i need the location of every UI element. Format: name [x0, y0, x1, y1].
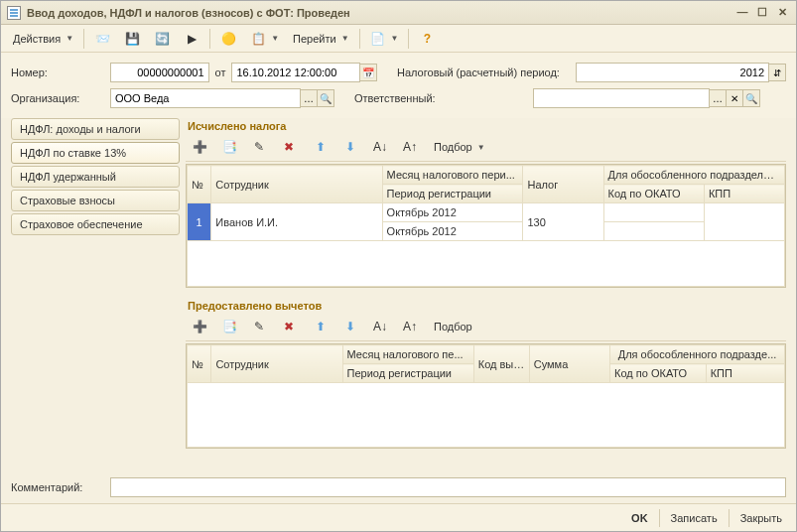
copy-row-button[interactable]: 📑	[215, 136, 243, 158]
sort-asc-button[interactable]: A↓	[366, 316, 394, 337]
save-button[interactable]: 💾	[118, 28, 146, 50]
help-button[interactable]: ?	[413, 28, 441, 50]
cell-okato2[interactable]	[603, 222, 704, 241]
col-subdiv[interactable]: Для обособленного подразделения	[603, 166, 784, 185]
org-search-button[interactable]: 🔍	[317, 89, 334, 107]
tab-ndfl-13[interactable]: НДФЛ по ставке 13%	[11, 142, 180, 164]
cell-reg-period[interactable]: Октябрь 2012	[382, 222, 523, 241]
col-okato[interactable]: Код по ОКАТО	[603, 185, 704, 203]
section2-title: Предоставлено вычетов	[186, 298, 786, 316]
document-icon	[7, 6, 21, 20]
delete-row-button[interactable]: ✖	[275, 316, 303, 337]
delete-icon: ✖	[281, 319, 297, 334]
delete-row-button[interactable]: ✖	[275, 136, 303, 158]
tab-ndfl-income[interactable]: НДФЛ: доходы и налоги	[11, 118, 180, 140]
chevron-down-icon: ▼	[391, 34, 399, 43]
move-up-button[interactable]: ⬆	[307, 136, 334, 158]
actions-menu[interactable]: Действия ▼	[7, 28, 79, 50]
maximize-button[interactable]: ☐	[754, 6, 770, 20]
tab-list: НДФЛ: доходы и налоги НДФЛ по ставке 13%…	[11, 118, 180, 471]
col-tax[interactable]: Налог	[523, 166, 603, 203]
date-value: 16.10.2012 12:00:00	[236, 66, 336, 78]
goto-menu[interactable]: Перейти ▼	[287, 28, 355, 50]
selection-button[interactable]: Подбор	[428, 316, 478, 337]
tab-insurance-provision[interactable]: Страховое обеспечение	[11, 213, 180, 235]
col-kpp[interactable]: КПП	[706, 364, 784, 383]
save-button[interactable]: Записать	[665, 507, 724, 529]
structure-button[interactable]: 📋▼	[244, 28, 285, 50]
grid-empty-area[interactable]	[188, 241, 785, 287]
date-picker-button[interactable]: 📅	[359, 64, 377, 81]
separator	[83, 29, 84, 49]
edit-row-button[interactable]: ✎	[245, 136, 273, 158]
tab-insurance[interactable]: Страховые взносы	[11, 190, 180, 211]
move-down-button[interactable]: ⬇	[336, 316, 364, 337]
chevron-down-icon: ▼	[271, 34, 279, 43]
col-deduct-code[interactable]: Код вычета	[473, 345, 529, 383]
close-form-button[interactable]: Закрыть	[734, 507, 788, 529]
add-row-button[interactable]: ➕	[186, 136, 213, 158]
run-button[interactable]: ▶	[178, 28, 205, 50]
resp-field[interactable]	[533, 88, 710, 108]
minimize-button[interactable]: —	[734, 6, 750, 20]
col-kpp[interactable]: КПП	[704, 185, 784, 203]
col-month-tax[interactable]: Месяц налогового пери...	[382, 166, 523, 185]
col-subdiv[interactable]: Для обособленного подразде...	[610, 345, 785, 364]
col-reg-period[interactable]: Период регистрации	[382, 185, 523, 203]
cell-employee[interactable]: Иванов И.И.	[211, 203, 382, 241]
close-button[interactable]: ✕	[774, 6, 790, 20]
resp-clear-button[interactable]: ✕	[726, 89, 743, 107]
move-up-button[interactable]: ⬆	[307, 316, 334, 337]
date-field[interactable]: 16.10.2012 12:00:00	[231, 63, 360, 82]
resp-search-button[interactable]: 🔍	[742, 89, 760, 107]
tab-ndfl-withheld[interactable]: НДФЛ удержанный	[11, 166, 180, 188]
col-employee[interactable]: Сотрудник	[211, 345, 342, 383]
tax-period-stepper[interactable]: ⇵	[768, 64, 786, 81]
col-reg-period[interactable]: Период регистрации	[342, 364, 473, 383]
delete-icon: ✖	[281, 139, 297, 155]
ok-label: OK	[631, 512, 648, 524]
post-button[interactable]: 📨	[88, 28, 116, 50]
move-down-button[interactable]: ⬇	[336, 136, 364, 158]
selection-button[interactable]: Подбор ▼	[428, 136, 491, 158]
cell-okato[interactable]	[603, 203, 704, 222]
number-field[interactable]: 00000000001	[110, 63, 209, 82]
table-row[interactable]: 1 Иванов И.И. Октябрь 2012 130	[188, 203, 785, 222]
list-button[interactable]: 📄▼	[364, 28, 405, 50]
number-value: 00000000001	[137, 66, 203, 78]
org-value: ООО Веда	[115, 92, 169, 104]
cancel-post-button[interactable]: 🟡	[214, 28, 242, 50]
resp-select-button[interactable]: …	[709, 89, 727, 107]
cell-tax[interactable]: 130	[523, 203, 603, 241]
sort-desc-button[interactable]: A↑	[396, 136, 424, 158]
cell-kpp[interactable]	[704, 203, 784, 241]
col-amount[interactable]: Сумма	[529, 345, 609, 383]
edit-row-button[interactable]: ✎	[245, 316, 273, 337]
col-num[interactable]: №	[188, 345, 211, 383]
window-title: Ввод доходов, НДФЛ и налогов (взносов) с…	[27, 7, 731, 19]
copy-row-button[interactable]: 📑	[215, 316, 243, 337]
section2-toolbar: ➕ 📑 ✎ ✖ ⬆ ⬇ A↓ A↑ Подбор	[186, 316, 786, 341]
chevron-down-icon: ▼	[477, 143, 485, 152]
add-row-button[interactable]: ➕	[186, 316, 213, 337]
sort-asc-button[interactable]: A↓	[366, 136, 394, 158]
col-month-tax[interactable]: Месяц налогового пе...	[342, 345, 473, 364]
refresh-button[interactable]: 🔄	[148, 28, 176, 50]
title-bar: Ввод доходов, НДФЛ и налогов (взносов) с…	[1, 1, 796, 25]
sort-desc-button[interactable]: A↑	[396, 316, 424, 337]
col-employee[interactable]: Сотрудник	[211, 166, 382, 203]
cell-month-tax[interactable]: Октябрь 2012	[382, 203, 523, 222]
comment-field[interactable]	[110, 477, 786, 497]
col-okato[interactable]: Код по ОКАТО	[610, 364, 707, 383]
org-select-button[interactable]: …	[300, 89, 318, 107]
cell-num[interactable]: 1	[188, 203, 211, 241]
comment-label: Комментарий:	[11, 481, 110, 493]
org-field[interactable]: ООО Веда	[110, 88, 301, 108]
col-num[interactable]: №	[188, 166, 211, 203]
ok-button[interactable]: OK	[625, 507, 654, 529]
tax-period-field[interactable]: 2012	[576, 63, 770, 82]
tab-label: НДФЛ по ставке 13%	[20, 147, 126, 159]
grid-empty-area[interactable]	[188, 383, 785, 448]
footer: OK Записать Закрыть	[1, 503, 796, 531]
tab-label: НДФЛ: доходы и налоги	[20, 123, 141, 135]
